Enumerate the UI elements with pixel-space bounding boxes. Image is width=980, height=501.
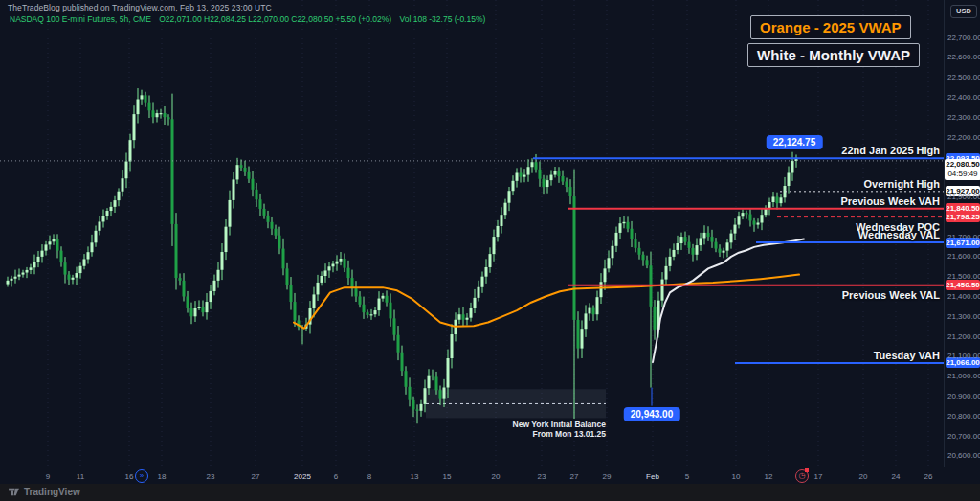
price-tick-22700: 22,700.00 <box>947 34 980 42</box>
time-tick-23: 23 <box>207 472 215 481</box>
symbol-name: NASDAQ 100 E-mini Futures, 5h, CME <box>10 14 151 24</box>
initial-balance-label[interactable]: New York Initial BalanceFrom Mon 13.01.2… <box>513 420 606 439</box>
time-tick-18: 18 <box>158 472 167 481</box>
tuesday-vah-label[interactable]: Tuesday VAH <box>874 350 940 361</box>
time-tick-29: 29 <box>603 472 612 481</box>
tradingview-logo[interactable]: TradingView <box>8 486 80 498</box>
price-tick-20800: 20,800.00 <box>947 412 980 421</box>
prev-week-val-label[interactable]: Previous Week VAL <box>842 289 940 301</box>
price-tick-21100: 21,100.00 <box>947 352 980 360</box>
time-tick-15: 15 <box>443 472 452 481</box>
price-tick-22500: 22,500.00 <box>947 73 980 81</box>
time-tick-20: 20 <box>492 472 501 481</box>
time-tick-23: 23 <box>538 472 546 481</box>
time-tick-26: 26 <box>924 472 933 481</box>
time-tick-10: 10 <box>732 472 741 481</box>
time-tick-12: 12 <box>765 472 773 481</box>
legend-white-monthly-vwap[interactable]: White - Monthly VWAP <box>747 43 920 67</box>
candlestick-chart <box>0 0 944 467</box>
time-tick-11: 11 <box>77 472 84 481</box>
currency-button[interactable]: USD <box>950 5 977 18</box>
time-tick-13: 13 <box>411 472 419 481</box>
current-price-badge: 22,080.5004:59:49 <box>945 159 980 180</box>
alert-clock-icon[interactable]: ◷ <box>795 469 809 483</box>
price-tick-22400: 22,400.00 <box>947 93 980 102</box>
price-tick-21700: 21,700.00 <box>947 233 980 241</box>
wednesday-val-label[interactable]: Wednesday VAL <box>858 229 940 240</box>
swing-low-label[interactable]: 20,943.00 <box>624 407 680 421</box>
time-axis[interactable]: 91116182327202568131520232729Feb51012172… <box>0 467 980 485</box>
time-tick-8: 8 <box>368 472 371 481</box>
candlestick-series <box>7 88 798 423</box>
price-tick-22200: 22,200.00 <box>947 133 980 142</box>
price-tick-21300: 21,300.00 <box>947 312 980 321</box>
price-tick-21000: 21,000.00 <box>947 372 980 380</box>
publication-info: TheTradeBlog published on TradingView.co… <box>8 3 272 12</box>
fast-forward-icon[interactable]: » <box>135 469 148 483</box>
time-tick-16: 16 <box>125 472 134 481</box>
time-tick-2025: 2025 <box>294 472 311 481</box>
time-tick-5: 5 <box>685 472 689 481</box>
time-tick-Feb: Feb <box>646 472 659 481</box>
white-monthly-vwap-line[interactable] <box>653 239 804 363</box>
symbol-info: NASDAQ 100 E-mini Futures, 5h, CME O22,0… <box>10 14 491 24</box>
price-tick-20600: 20,600.00 <box>947 451 980 460</box>
price-tick-21200: 21,200.00 <box>947 332 980 341</box>
volume-values: Vol 108 -32.75 (-0.15%) <box>400 14 486 24</box>
price-axis[interactable]: 22,093.5021,927.0021,840.5021,798.2521,6… <box>944 0 980 467</box>
time-tick-6: 6 <box>334 472 338 481</box>
wednesday-poc-price-badge: 21,798.25 <box>946 212 980 222</box>
price-tick-21400: 21,400.00 <box>947 292 980 301</box>
tradingview-chart-page: 22nd Jan 2025 HighOvernight HighPrevious… <box>0 0 980 501</box>
prev-week-val-price-badge: 21,456.50 <box>946 280 980 290</box>
tradingview-logo-icon <box>8 486 20 498</box>
price-tick-22600: 22,600.00 <box>947 53 980 61</box>
legend-orange-2025-vwap[interactable]: Orange - 2025 VWAP <box>750 15 911 39</box>
time-tick-17: 17 <box>814 472 823 481</box>
price-tick-20900: 20,900.00 <box>947 392 980 400</box>
bottom-bar: TradingView <box>0 484 980 501</box>
time-tick-20: 20 <box>859 472 868 481</box>
time-tick-9: 9 <box>46 472 50 481</box>
prev-week-vah-label[interactable]: Previous Week VAH <box>840 195 940 207</box>
price-tick-22300: 22,300.00 <box>947 113 980 122</box>
price-tick-21900: 21,900.00 <box>947 193 980 201</box>
time-tick-27: 27 <box>570 472 579 481</box>
price-tick-21500: 21,500.00 <box>947 272 980 281</box>
time-tick-27: 27 <box>252 472 260 481</box>
time-tick-24: 24 <box>892 472 901 481</box>
chart-surface[interactable]: 22nd Jan 2025 HighOvernight HighPrevious… <box>0 0 944 467</box>
ohlc-values: O22,071.00 H22,084.25 L22,070.00 C22,080… <box>159 14 391 24</box>
tradingview-logo-text: TradingView <box>24 487 80 497</box>
price-tick-20700: 20,700.00 <box>947 432 980 441</box>
price-tick-21600: 21,600.00 <box>947 252 980 261</box>
jan22-high-label[interactable]: 22nd Jan 2025 High <box>841 145 940 156</box>
initial-balance-zone[interactable] <box>426 389 606 418</box>
swing-high-label[interactable]: 22,124.75 <box>767 135 823 149</box>
overnight-high-label[interactable]: Overnight High <box>864 178 940 190</box>
